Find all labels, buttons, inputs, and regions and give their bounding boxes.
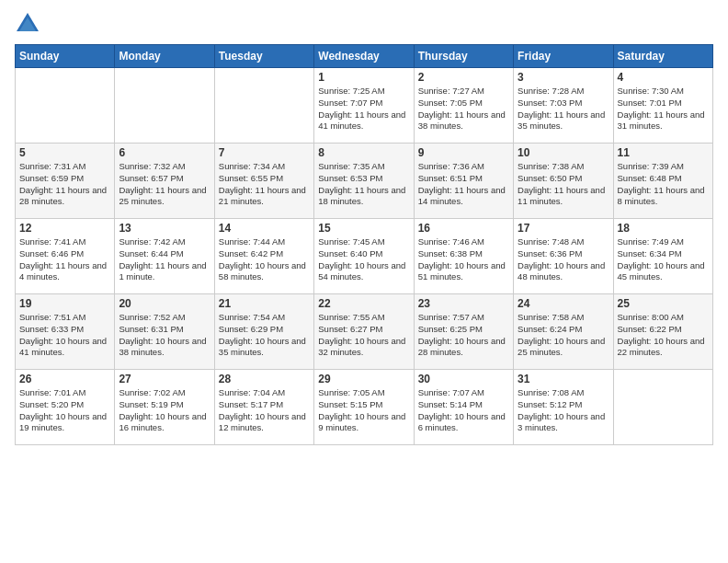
day-cell: 3Sunrise: 7:28 AMSunset: 7:03 PMDaylight… [514,68,613,144]
day-cell: 2Sunrise: 7:27 AMSunset: 7:05 PMDaylight… [414,68,513,144]
day-info: Sunrise: 7:08 AMSunset: 5:12 PMDaylight:… [518,387,609,434]
day-cell: 25Sunrise: 8:00 AMSunset: 6:22 PMDayligh… [613,294,712,370]
day-cell: 27Sunrise: 7:02 AMSunset: 5:19 PMDayligh… [115,370,214,445]
day-number: 17 [518,222,609,235]
day-cell: 17Sunrise: 7:48 AMSunset: 6:36 PMDayligh… [514,219,613,294]
day-info: Sunrise: 7:58 AMSunset: 6:24 PMDaylight:… [518,312,609,359]
day-number: 10 [518,146,609,159]
day-cell: 22Sunrise: 7:55 AMSunset: 6:27 PMDayligh… [314,294,414,370]
day-cell: 10Sunrise: 7:38 AMSunset: 6:50 PMDayligh… [514,144,613,219]
day-info: Sunrise: 7:42 AMSunset: 6:44 PMDaylight:… [119,236,210,283]
day-info: Sunrise: 7:51 AMSunset: 6:33 PMDaylight:… [19,312,110,359]
day-number: 30 [418,373,509,385]
day-cell: 8Sunrise: 7:35 AMSunset: 6:53 PMDaylight… [314,144,414,219]
weekday-header-wednesday: Wednesday [314,45,414,68]
day-number: 15 [318,222,409,235]
day-cell: 11Sunrise: 7:39 AMSunset: 6:48 PMDayligh… [613,144,712,219]
day-number: 26 [19,373,110,385]
day-cell: 6Sunrise: 7:32 AMSunset: 6:57 PMDaylight… [115,144,214,219]
day-cell: 20Sunrise: 7:52 AMSunset: 6:31 PMDayligh… [115,294,214,370]
day-number: 18 [618,222,709,235]
day-info: Sunrise: 7:30 AMSunset: 7:01 PMDaylight:… [618,86,709,132]
day-number: 25 [618,297,709,310]
day-info: Sunrise: 7:34 AMSunset: 6:55 PMDaylight:… [219,161,310,208]
day-cell: 5Sunrise: 7:31 AMSunset: 6:59 PMDaylight… [16,144,115,219]
day-number: 31 [518,373,609,385]
header [15,11,713,37]
week-row-2: 5Sunrise: 7:31 AMSunset: 6:59 PMDaylight… [16,144,713,219]
generalblue-logo-icon [15,11,40,37]
day-cell: 26Sunrise: 7:01 AMSunset: 5:20 PMDayligh… [16,370,115,445]
day-cell: 1Sunrise: 7:25 AMSunset: 7:07 PMDaylight… [314,68,414,144]
day-info: Sunrise: 7:36 AMSunset: 6:51 PMDaylight:… [418,161,509,208]
day-number: 24 [518,297,609,310]
day-number: 4 [618,71,709,84]
day-number: 23 [418,297,509,310]
page: SundayMondayTuesdayWednesdayThursdayFrid… [0,0,728,563]
day-info: Sunrise: 7:39 AMSunset: 6:48 PMDaylight:… [618,161,709,208]
day-number: 12 [19,222,110,235]
day-info: Sunrise: 7:57 AMSunset: 6:25 PMDaylight:… [418,312,509,359]
week-row-1: 1Sunrise: 7:25 AMSunset: 7:07 PMDaylight… [16,68,713,144]
day-cell [613,370,712,445]
day-info: Sunrise: 7:38 AMSunset: 6:50 PMDaylight:… [518,161,609,208]
day-cell: 16Sunrise: 7:46 AMSunset: 6:38 PMDayligh… [414,219,513,294]
day-number: 1 [318,71,409,84]
day-cell [214,68,313,144]
day-number: 19 [19,297,110,310]
day-cell: 15Sunrise: 7:45 AMSunset: 6:40 PMDayligh… [314,219,414,294]
weekday-header-tuesday: Tuesday [214,45,313,68]
day-cell: 29Sunrise: 7:05 AMSunset: 5:15 PMDayligh… [314,370,414,445]
day-number: 29 [318,373,409,385]
day-info: Sunrise: 7:44 AMSunset: 6:42 PMDaylight:… [219,236,310,283]
day-number: 27 [119,373,210,385]
day-info: Sunrise: 7:31 AMSunset: 6:59 PMDaylight:… [19,161,110,208]
day-info: Sunrise: 7:46 AMSunset: 6:38 PMDaylight:… [418,236,509,283]
day-cell: 21Sunrise: 7:54 AMSunset: 6:29 PMDayligh… [214,294,313,370]
day-number: 21 [219,297,310,310]
day-info: Sunrise: 7:48 AMSunset: 6:36 PMDaylight:… [518,236,609,283]
weekday-header-sunday: Sunday [16,45,115,68]
day-cell: 24Sunrise: 7:58 AMSunset: 6:24 PMDayligh… [514,294,613,370]
day-cell [16,68,115,144]
week-row-3: 12Sunrise: 7:41 AMSunset: 6:46 PMDayligh… [16,219,713,294]
weekday-header-row: SundayMondayTuesdayWednesdayThursdayFrid… [16,45,713,68]
day-info: Sunrise: 7:49 AMSunset: 6:34 PMDaylight:… [618,236,709,283]
day-number: 28 [219,373,310,385]
day-info: Sunrise: 7:28 AMSunset: 7:03 PMDaylight:… [518,86,609,132]
week-row-5: 26Sunrise: 7:01 AMSunset: 5:20 PMDayligh… [16,370,713,445]
day-info: Sunrise: 7:01 AMSunset: 5:20 PMDaylight:… [19,387,110,434]
day-cell: 14Sunrise: 7:44 AMSunset: 6:42 PMDayligh… [214,219,313,294]
day-number: 5 [19,146,110,159]
day-number: 11 [618,146,709,159]
calendar: SundayMondayTuesdayWednesdayThursdayFrid… [15,44,713,445]
day-cell: 31Sunrise: 7:08 AMSunset: 5:12 PMDayligh… [514,370,613,445]
weekday-header-thursday: Thursday [414,45,513,68]
day-number: 2 [418,71,509,84]
day-cell: 18Sunrise: 7:49 AMSunset: 6:34 PMDayligh… [613,219,712,294]
day-number: 22 [318,297,409,310]
day-info: Sunrise: 7:45 AMSunset: 6:40 PMDaylight:… [318,236,409,283]
day-info: Sunrise: 7:35 AMSunset: 6:53 PMDaylight:… [318,161,409,208]
day-cell [115,68,214,144]
day-cell: 30Sunrise: 7:07 AMSunset: 5:14 PMDayligh… [414,370,513,445]
day-cell: 28Sunrise: 7:04 AMSunset: 5:17 PMDayligh… [214,370,313,445]
day-info: Sunrise: 8:00 AMSunset: 6:22 PMDaylight:… [618,312,709,359]
day-number: 9 [418,146,509,159]
day-info: Sunrise: 7:55 AMSunset: 6:27 PMDaylight:… [318,312,409,359]
logo [15,11,44,37]
day-info: Sunrise: 7:54 AMSunset: 6:29 PMDaylight:… [219,312,310,359]
day-info: Sunrise: 7:04 AMSunset: 5:17 PMDaylight:… [219,387,310,434]
day-info: Sunrise: 7:02 AMSunset: 5:19 PMDaylight:… [119,387,210,434]
day-number: 16 [418,222,509,235]
day-info: Sunrise: 7:07 AMSunset: 5:14 PMDaylight:… [418,387,509,434]
weekday-header-friday: Friday [514,45,613,68]
day-cell: 23Sunrise: 7:57 AMSunset: 6:25 PMDayligh… [414,294,513,370]
day-info: Sunrise: 7:52 AMSunset: 6:31 PMDaylight:… [119,312,210,359]
day-cell: 19Sunrise: 7:51 AMSunset: 6:33 PMDayligh… [16,294,115,370]
day-number: 6 [119,146,210,159]
weekday-header-saturday: Saturday [613,45,712,68]
day-info: Sunrise: 7:27 AMSunset: 7:05 PMDaylight:… [418,86,509,132]
day-cell: 12Sunrise: 7:41 AMSunset: 6:46 PMDayligh… [16,219,115,294]
day-info: Sunrise: 7:41 AMSunset: 6:46 PMDaylight:… [19,236,110,283]
